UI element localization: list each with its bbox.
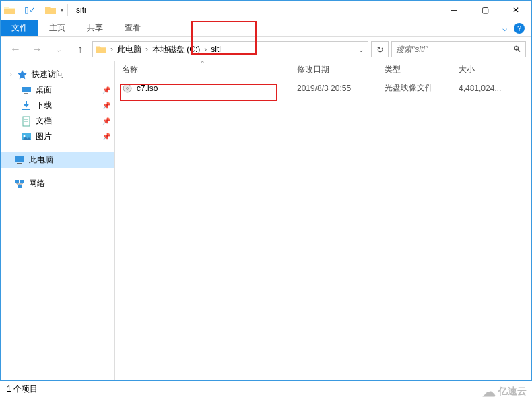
col-size[interactable]: 大小 [452, 61, 531, 80]
status-bar: 1 个项目 [0, 381, 532, 397]
col-type[interactable]: 类型 [378, 61, 452, 80]
chevron-right-icon[interactable]: › [144, 44, 149, 54]
file-name: c7.iso [137, 84, 158, 93]
pin-icon: 📌 [102, 102, 110, 109]
up-button[interactable]: ↑ [71, 40, 90, 59]
maximize-button[interactable]: ▢ [469, 1, 500, 20]
address-bar: ← → ⌵ ↑ › 此电脑 › 本地磁盘 (C:) › siti ⌄ ↻ 🔍︎ [1, 37, 531, 61]
qat-check-icon[interactable]: ▯✓ [24, 5, 36, 15]
search-box[interactable]: 🔍︎ [391, 41, 526, 57]
network-icon [14, 179, 25, 189]
folder-icon [3, 4, 15, 16]
tab-home[interactable]: 主页 [38, 20, 76, 36]
col-date[interactable]: 修改日期 [290, 61, 378, 80]
column-headers: 名称 修改日期 类型 大小 [115, 61, 531, 80]
file-type: 光盘映像文件 [378, 82, 452, 94]
folder-icon [96, 44, 106, 55]
svg-rect-2 [22, 109, 30, 110]
svg-rect-0 [22, 87, 31, 92]
breadcrumb[interactable]: › 此电脑 › 本地磁盘 (C:) › siti ⌄ [92, 41, 368, 57]
close-button[interactable]: ✕ [500, 1, 531, 20]
pin-icon: 📌 [102, 86, 110, 94]
folder-icon-small[interactable] [44, 4, 57, 16]
svg-rect-8 [15, 156, 24, 162]
sidebar-item-pictures[interactable]: 图片 📌 [1, 129, 114, 144]
svg-point-14 [127, 87, 129, 89]
back-button[interactable]: ← [6, 40, 25, 59]
pictures-icon [21, 131, 32, 142]
pin-icon: 📌 [102, 133, 110, 140]
refresh-button[interactable]: ↻ [371, 41, 389, 57]
ribbon-tabs: 文件 主页 共享 查看 ⌵ ? [1, 20, 531, 37]
watermark: ☁ 亿速云 [482, 383, 527, 400]
recent-dropdown-icon[interactable]: ⌵ [49, 40, 68, 59]
sidebar-quick-access[interactable]: › 快速访问 [1, 67, 114, 82]
desktop-icon [21, 85, 32, 96]
tab-file[interactable]: 文件 [1, 20, 38, 36]
ribbon-collapse-icon[interactable]: ⌵ [502, 24, 507, 33]
search-input[interactable] [396, 44, 513, 54]
title-bar: ▯✓ ▾ siti ─ ▢ ✕ [1, 1, 531, 20]
qat-dropdown-icon[interactable]: ▾ [61, 7, 63, 13]
caret-right-icon: › [10, 71, 17, 78]
chevron-right-icon[interactable]: › [203, 44, 208, 54]
pin-icon: 📌 [102, 117, 110, 125]
iso-icon [122, 83, 133, 94]
svg-rect-1 [24, 93, 28, 94]
status-text: 1 个项目 [7, 383, 38, 395]
crumb-drive[interactable]: 本地磁盘 (C:) [149, 44, 203, 55]
sidebar-item-documents[interactable]: 文档 📌 [1, 113, 114, 129]
file-list: ⌃ 名称 修改日期 类型 大小 c7.iso 2019/8/3 20:55 光盘… [115, 61, 531, 380]
minimize-button[interactable]: ─ [438, 1, 469, 20]
sidebar-this-pc[interactable]: 此电脑 [1, 152, 114, 168]
star-icon [17, 69, 28, 80]
crumb-folder[interactable]: siti [208, 44, 224, 54]
file-row[interactable]: c7.iso 2019/8/3 20:55 光盘映像文件 4,481,024..… [115, 80, 531, 96]
forward-button[interactable]: → [28, 40, 46, 59]
sidebar-item-desktop[interactable]: 桌面 📌 [1, 82, 114, 98]
pc-icon [14, 155, 25, 166]
help-icon[interactable]: ? [514, 23, 525, 34]
tab-view[interactable]: 查看 [114, 20, 152, 36]
search-icon[interactable]: 🔍︎ [513, 44, 521, 54]
address-dropdown-icon[interactable]: ⌄ [354, 46, 368, 53]
sidebar-network[interactable]: 网络 [1, 176, 114, 191]
svg-rect-12 [18, 185, 22, 188]
svg-rect-9 [17, 163, 22, 164]
download-icon [21, 100, 32, 111]
chevron-right-icon[interactable]: › [109, 44, 114, 54]
window-title: siti [76, 5, 86, 15]
svg-rect-10 [15, 180, 19, 183]
col-name[interactable]: 名称 [115, 61, 290, 80]
svg-rect-11 [20, 180, 24, 183]
document-icon [21, 116, 32, 127]
svg-point-7 [24, 135, 26, 137]
file-date: 2019/8/3 20:55 [290, 84, 378, 93]
file-size: 4,481,024... [452, 84, 531, 93]
crumb-pc[interactable]: 此电脑 [114, 44, 144, 55]
sidebar: › 快速访问 桌面 📌 下载 📌 [1, 61, 115, 380]
tab-share[interactable]: 共享 [76, 20, 114, 36]
cloud-icon: ☁ [482, 383, 496, 400]
sidebar-item-downloads[interactable]: 下载 📌 [1, 98, 114, 113]
